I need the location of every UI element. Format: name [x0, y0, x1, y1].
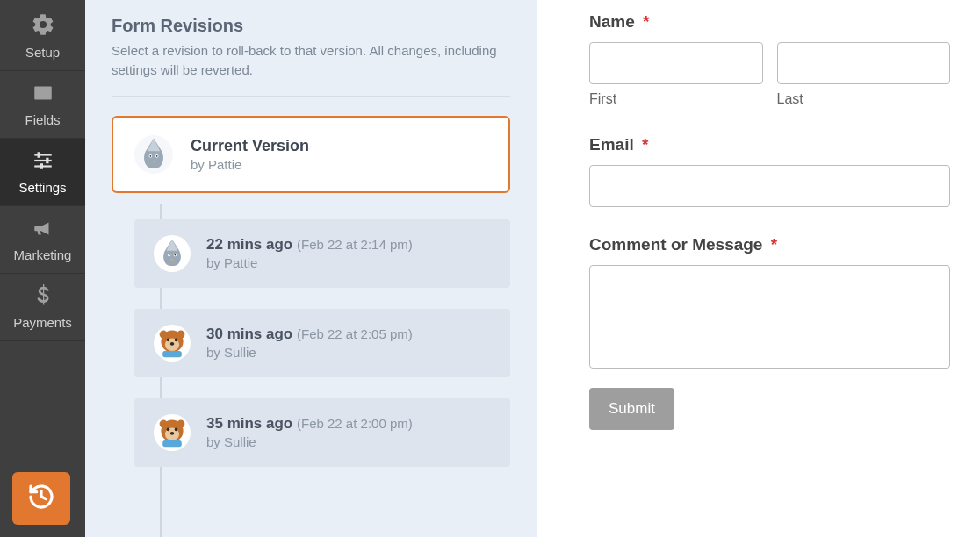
svg-rect-5: [34, 154, 52, 155]
field-comment: Comment or Message *: [589, 235, 950, 372]
last-name-input[interactable]: [777, 42, 951, 84]
svg-point-13: [149, 154, 151, 156]
sliders-icon: [31, 149, 55, 180]
email-input[interactable]: [589, 165, 950, 207]
svg-point-31: [167, 427, 170, 431]
sidebar-item-setup[interactable]: Setup: [0, 2, 85, 71]
field-name: Name * First Last: [589, 12, 950, 107]
form-preview: Name * First Last Email * Comment or Mes…: [537, 0, 980, 537]
revisions-timeline: Current Version by Pattie 22 mins ago (F…: [112, 116, 510, 467]
current-version-title: Current Version: [191, 137, 309, 155]
revision-byline: by Sullie: [206, 345, 413, 360]
revision-timestamp: (Feb 22 at 2:14 pm): [297, 237, 413, 252]
revisions-description: Select a revision to roll-back to that v…: [112, 41, 498, 80]
revision-byline: by Pattie: [206, 255, 413, 270]
revision-ago: 30 mins ago: [206, 326, 292, 342]
revision-ago: 22 mins ago: [206, 236, 292, 253]
sidebar-item-settings[interactable]: Settings: [0, 139, 85, 206]
current-version-byline: by Pattie: [191, 157, 309, 172]
revision-byline: by Sullie: [206, 434, 413, 449]
comment-label: Comment or Message *: [589, 235, 950, 254]
required-mark: *: [771, 235, 777, 254]
avatar-bear: [154, 325, 191, 362]
svg-point-23: [167, 338, 170, 341]
submit-button[interactable]: Submit: [589, 388, 674, 430]
svg-point-33: [170, 432, 175, 435]
svg-rect-10: [40, 163, 42, 169]
gear-icon: [31, 12, 55, 45]
svg-rect-2: [40, 90, 49, 91]
field-email: Email *: [589, 135, 950, 207]
svg-point-29: [177, 419, 184, 427]
sidebar-label: Fields: [25, 112, 60, 127]
revision-timestamp: (Feb 22 at 2:00 pm): [297, 416, 413, 431]
name-label: Name *: [589, 12, 950, 32]
avatar-bear: [154, 414, 191, 451]
avatar-pigeon: [134, 135, 173, 174]
svg-point-18: [174, 254, 176, 255]
svg-point-14: [156, 154, 158, 156]
svg-point-20: [160, 330, 168, 338]
builder-sidebar: Setup Fields Settings Marketing Payments: [0, 0, 85, 537]
revisions-history-button[interactable]: [12, 472, 70, 525]
svg-point-17: [169, 254, 170, 255]
comment-textarea[interactable]: [589, 265, 950, 369]
sidebar-item-fields[interactable]: Fields: [0, 71, 85, 139]
svg-rect-9: [46, 158, 48, 164]
svg-point-24: [175, 338, 178, 341]
svg-point-32: [175, 427, 178, 431]
svg-rect-34: [162, 440, 182, 447]
revision-timestamp: (Feb 22 at 2:05 pm): [297, 326, 413, 341]
svg-rect-3: [36, 93, 40, 95]
revisions-panel: Form Revisions Select a revision to roll…: [85, 0, 537, 537]
svg-point-28: [160, 419, 168, 427]
email-label: Email *: [589, 135, 950, 154]
first-name-input[interactable]: [589, 42, 763, 84]
required-mark: *: [643, 12, 649, 31]
svg-rect-26: [162, 351, 182, 357]
revision-card[interactable]: 30 mins ago (Feb 22 at 2:05 pm) by Sulli…: [134, 309, 510, 377]
sidebar-item-marketing[interactable]: Marketing: [0, 206, 85, 274]
list-icon: [31, 82, 55, 112]
svg-rect-1: [36, 90, 40, 91]
divider: [112, 96, 510, 97]
sidebar-label: Setup: [25, 45, 60, 60]
svg-rect-4: [40, 93, 49, 95]
bullhorn-icon: [31, 217, 55, 247]
svg-rect-6: [34, 160, 52, 161]
revision-current-card[interactable]: Current Version by Pattie: [112, 116, 510, 193]
sidebar-label: Marketing: [14, 247, 72, 262]
dollar-icon: [35, 284, 51, 315]
revisions-title: Form Revisions: [112, 16, 510, 36]
svg-point-21: [177, 330, 184, 338]
sidebar-label: Payments: [13, 315, 72, 330]
first-sublabel: First: [589, 91, 763, 107]
required-mark: *: [642, 135, 648, 154]
revision-ago: 35 mins ago: [206, 415, 292, 432]
avatar-pigeon: [154, 235, 191, 272]
history-icon: [27, 483, 55, 514]
sidebar-label: Settings: [18, 180, 66, 195]
revision-card[interactable]: 35 mins ago (Feb 22 at 2:00 pm) by Sulli…: [134, 398, 510, 467]
revision-card[interactable]: 22 mins ago (Feb 22 at 2:14 pm) by Patti…: [134, 219, 510, 288]
svg-rect-8: [37, 152, 40, 158]
svg-point-25: [170, 342, 175, 346]
last-sublabel: Last: [777, 91, 951, 107]
sidebar-item-payments[interactable]: Payments: [0, 274, 85, 341]
